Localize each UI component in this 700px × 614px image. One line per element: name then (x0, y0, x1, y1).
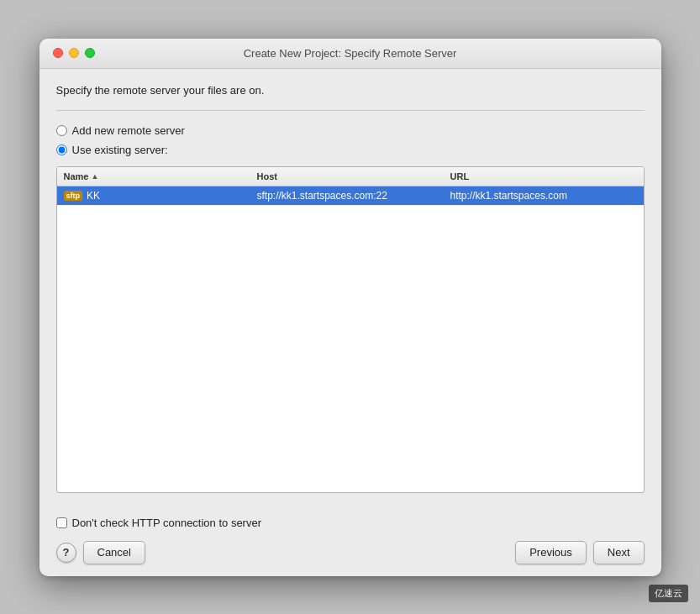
traffic-lights (53, 48, 95, 58)
radio-use-existing-label: Use existing server: (72, 144, 168, 156)
dialog-body: Specify the remote server your files are… (39, 69, 661, 508)
table-body: sftp KK sftp://kk1.startspaces.com:22 ht… (57, 186, 644, 492)
cell-name: sftp KK (57, 188, 250, 203)
cell-host: sftp://kk1.startspaces.com:22 (250, 188, 444, 203)
radio-add-new-label: Add new remote server (72, 124, 185, 137)
table-row[interactable]: sftp KK sftp://kk1.startspaces.com:22 ht… (57, 186, 644, 206)
column-name-label: Name (64, 171, 89, 181)
button-row: ? Cancel Previous Next (56, 541, 645, 564)
close-button[interactable] (53, 48, 63, 58)
cell-url: http://kk1.startspaces.com (444, 188, 644, 203)
watermark: 亿速云 (649, 585, 688, 602)
radio-add-new[interactable]: Add new remote server (56, 124, 645, 137)
checkbox-row: Don't check HTTP connection to server (56, 517, 645, 529)
next-button[interactable]: Next (593, 541, 645, 564)
minimize-button[interactable] (69, 48, 79, 58)
title-bar: Create New Project: Specify Remote Serve… (39, 39, 661, 69)
radio-use-existing[interactable]: Use existing server: (56, 144, 645, 156)
column-header-host[interactable]: Host (250, 170, 444, 183)
sort-arrow-icon: ▲ (91, 172, 98, 181)
http-check-checkbox[interactable] (56, 517, 67, 528)
help-button[interactable]: ? (56, 543, 76, 563)
separator (56, 110, 645, 111)
dialog-title: Create New Project: Specify Remote Serve… (244, 47, 457, 60)
description-text: Specify the remote server your files are… (56, 84, 645, 97)
server-name: KK (87, 190, 100, 202)
table-header: Name ▲ Host URL (57, 167, 644, 186)
column-host-label: Host (257, 171, 277, 181)
left-buttons: ? Cancel (56, 541, 145, 564)
column-header-name[interactable]: Name ▲ (57, 170, 250, 183)
radio-add-new-input[interactable] (56, 125, 67, 136)
radio-use-existing-input[interactable] (56, 144, 67, 155)
dialog: Create New Project: Specify Remote Serve… (39, 39, 661, 576)
right-buttons: Previous Next (515, 541, 644, 564)
previous-button[interactable]: Previous (515, 541, 587, 564)
sftp-icon: sftp (64, 191, 83, 201)
cancel-button[interactable]: Cancel (83, 541, 145, 564)
column-url-label: URL (450, 171, 470, 181)
http-check-label[interactable]: Don't check HTTP connection to server (72, 517, 262, 529)
maximize-button[interactable] (85, 48, 95, 58)
server-table: Name ▲ Host URL sftp KK sftp://kk1.start… (56, 166, 645, 493)
radio-group: Add new remote server Use existing serve… (56, 124, 645, 156)
column-header-url[interactable]: URL (444, 170, 644, 183)
footer-area: Don't check HTTP connection to server ? … (39, 508, 661, 576)
